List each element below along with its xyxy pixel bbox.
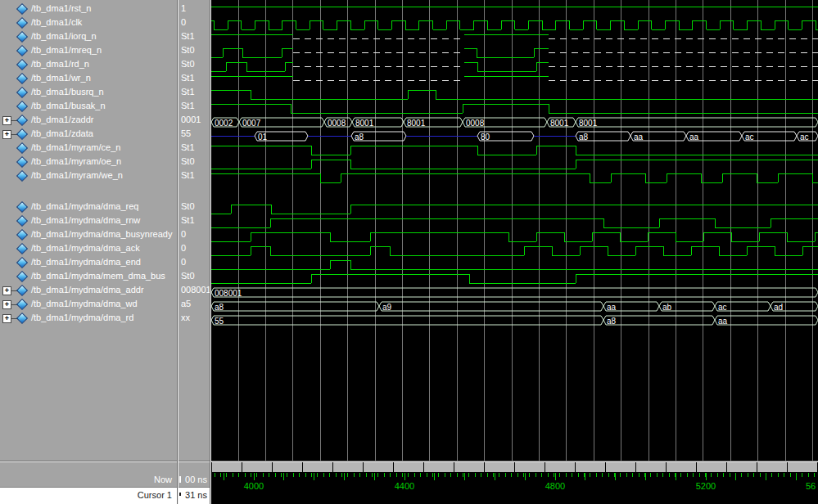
signal-row-busak_n[interactable]: /tb_dma1/busak_n bbox=[0, 99, 177, 113]
signal-row-dma_wd[interactable]: +/tb_dma1/mydma/dma_wd bbox=[0, 297, 177, 311]
signal-diamond-icon bbox=[16, 73, 28, 84]
signal-diamond-icon bbox=[16, 45, 28, 56]
signal-row-dma_rd[interactable]: +/tb_dma1/mydma/dma_rd bbox=[0, 311, 177, 325]
svg-text:ab: ab bbox=[662, 303, 672, 312]
ruler-label: 5200 bbox=[696, 481, 716, 491]
signal-name[interactable]: /tb_dma1/mydma/dma_end bbox=[31, 255, 141, 269]
ruler-label: 4800 bbox=[545, 481, 565, 491]
signal-value: St1 bbox=[179, 169, 212, 182]
signal-name[interactable]: /tb_dma1/wr_n bbox=[31, 71, 91, 85]
signal-value: a5 bbox=[179, 297, 212, 311]
signal-value: 1 bbox=[179, 2, 212, 16]
signal-value: 0 bbox=[179, 255, 212, 269]
svg-text:ad: ad bbox=[774, 303, 783, 312]
svg-text:ac: ac bbox=[745, 133, 754, 142]
clipped-digit bbox=[179, 493, 181, 496]
signal-diamond-icon bbox=[16, 271, 28, 282]
svg-text:a8: a8 bbox=[607, 317, 617, 326]
signal-row-we_n[interactable]: /tb_dma1/myram/we_n bbox=[0, 169, 177, 182]
ruler-label: 4000 bbox=[244, 481, 264, 491]
signal-row-zaddr[interactable]: +/tb_dma1/zaddr bbox=[0, 113, 177, 127]
signal-row-clk[interactable]: /tb_dma1/clk bbox=[0, 16, 177, 29]
signal-name[interactable]: /tb_dma1/myram/we_n bbox=[31, 169, 123, 182]
signal-row-mem_dma_bus[interactable]: /tb_dma1/mydma/mem_dma_bus bbox=[0, 269, 177, 283]
cursor-label[interactable]: Cursor 1 bbox=[0, 488, 172, 504]
signal-name[interactable]: /tb_dma1/zaddr bbox=[31, 113, 93, 127]
signal-name[interactable]: /tb_dma1/mydma/dma_busynready bbox=[31, 227, 172, 241]
signal-names-panel[interactable]: /tb_dma1/rst_n/tb_dma1/clk/tb_dma1/iorq_… bbox=[0, 0, 177, 472]
signal-value: 008001 bbox=[179, 283, 212, 297]
signal-diamond-icon bbox=[16, 156, 28, 168]
svg-text:a9: a9 bbox=[382, 303, 392, 312]
signal-name[interactable]: /tb_dma1/mydma/dma_rd bbox=[31, 311, 133, 325]
svg-text:aa: aa bbox=[718, 317, 728, 326]
signal-name[interactable]: /tb_dma1/mydma/mem_dma_bus bbox=[31, 269, 165, 283]
svg-text:a8: a8 bbox=[579, 133, 589, 142]
svg-text:0007: 0007 bbox=[242, 119, 261, 128]
signal-name[interactable]: /tb_dma1/mreq_n bbox=[31, 43, 102, 57]
signal-value: St1 bbox=[179, 99, 212, 113]
svg-text:ac: ac bbox=[718, 303, 727, 312]
signal-name[interactable]: /tb_dma1/rst_n bbox=[31, 2, 91, 16]
signal-row-dma_end[interactable]: /tb_dma1/mydma/dma_end bbox=[0, 255, 177, 269]
signal-name[interactable]: /tb_dma1/myram/oe_n bbox=[31, 155, 121, 169]
svg-text:aa: aa bbox=[634, 133, 644, 142]
svg-text:8001: 8001 bbox=[579, 119, 598, 128]
signal-name[interactable]: /tb_dma1/mydma/dma_req bbox=[31, 200, 138, 214]
signal-row-oe_n[interactable]: /tb_dma1/myram/oe_n bbox=[0, 155, 177, 169]
signal-row-dma_addr[interactable]: +/tb_dma1/mydma/dma_addr bbox=[0, 283, 177, 297]
divider bbox=[178, 0, 179, 504]
signal-row-wr_n[interactable]: /tb_dma1/wr_n bbox=[0, 71, 177, 85]
signal-name[interactable]: /tb_dma1/mydma/dma_wd bbox=[31, 297, 138, 311]
signal-diamond-icon bbox=[16, 31, 28, 43]
signal-row-dma_ack[interactable]: /tb_dma1/mydma/dma_ack bbox=[0, 241, 177, 255]
signal-value: St0 bbox=[179, 200, 212, 214]
svg-text:a8: a8 bbox=[355, 133, 364, 142]
signal-row-dma_busynready[interactable]: /tb_dma1/mydma/dma_busynready bbox=[0, 227, 177, 241]
signal-diamond-icon bbox=[16, 128, 28, 140]
signal-name[interactable]: /tb_dma1/busrq_n bbox=[31, 85, 104, 99]
signal-diamond-icon bbox=[16, 87, 28, 98]
signal-value: St0 bbox=[179, 155, 212, 169]
signal-name[interactable]: /tb_dma1/mydma/dma_addr bbox=[31, 283, 144, 297]
now-label: Now bbox=[0, 472, 172, 487]
signal-row-mreq_n[interactable]: /tb_dma1/mreq_n bbox=[0, 43, 177, 57]
signal-name[interactable]: /tb_dma1/zdata bbox=[31, 127, 93, 141]
signal-value: 0 bbox=[179, 16, 212, 29]
svg-text:8001: 8001 bbox=[355, 119, 374, 128]
signal-name[interactable]: /tb_dma1/clk bbox=[31, 16, 82, 29]
waveform-canvas[interactable]: 0002000700088001800100088001800101a880a8… bbox=[211, 0, 818, 461]
signal-diamond-icon bbox=[16, 229, 28, 241]
signal-row-rst_n[interactable]: /tb_dma1/rst_n bbox=[0, 2, 177, 16]
signal-row-dma_req[interactable]: /tb_dma1/mydma/dma_req bbox=[0, 200, 177, 214]
signal-diamond-icon bbox=[16, 313, 28, 324]
signal-value: St0 bbox=[179, 57, 212, 71]
signal-row-zdata[interactable]: +/tb_dma1/zdata bbox=[0, 127, 177, 141]
signal-name[interactable]: /tb_dma1/busak_n bbox=[31, 99, 106, 113]
svg-text:0008: 0008 bbox=[328, 119, 346, 128]
signal-diamond-icon bbox=[16, 17, 28, 29]
signal-value: 0 bbox=[179, 241, 212, 255]
svg-text:a8: a8 bbox=[215, 303, 224, 312]
cursor-value: 31 ns bbox=[185, 488, 207, 502]
svg-text:aa: aa bbox=[689, 133, 699, 142]
svg-text:80: 80 bbox=[481, 133, 490, 142]
signal-row-dma_rnw[interactable]: /tb_dma1/mydma/dma_rnw bbox=[0, 214, 177, 227]
signal-value: 0001 bbox=[179, 113, 212, 127]
cursor-value-cell: 31 ns bbox=[179, 488, 209, 502]
signal-value: St1 bbox=[179, 71, 212, 85]
signal-value: xx bbox=[179, 311, 212, 325]
signal-diamond-icon bbox=[16, 285, 28, 296]
signal-row-busrq_n[interactable]: /tb_dma1/busrq_n bbox=[0, 85, 177, 99]
signal-name[interactable]: /tb_dma1/rd_n bbox=[31, 57, 89, 71]
signal-name[interactable]: /tb_dma1/mydma/dma_rnw bbox=[31, 214, 140, 227]
signal-row-iorq_n[interactable]: /tb_dma1/iorq_n bbox=[0, 29, 177, 43]
svg-text:01: 01 bbox=[258, 133, 268, 142]
signal-name[interactable]: /tb_dma1/iorq_n bbox=[31, 29, 97, 43]
signal-row-rd_n[interactable]: /tb_dma1/rd_n bbox=[0, 57, 177, 71]
signal-row-ce_n[interactable]: /tb_dma1/myram/ce_n bbox=[0, 141, 177, 155]
signal-name[interactable]: /tb_dma1/myram/ce_n bbox=[31, 141, 120, 155]
signal-name[interactable]: /tb_dma1/mydma/dma_ack bbox=[31, 241, 140, 255]
divider bbox=[210, 0, 211, 504]
signal-diamond-icon bbox=[16, 59, 28, 70]
